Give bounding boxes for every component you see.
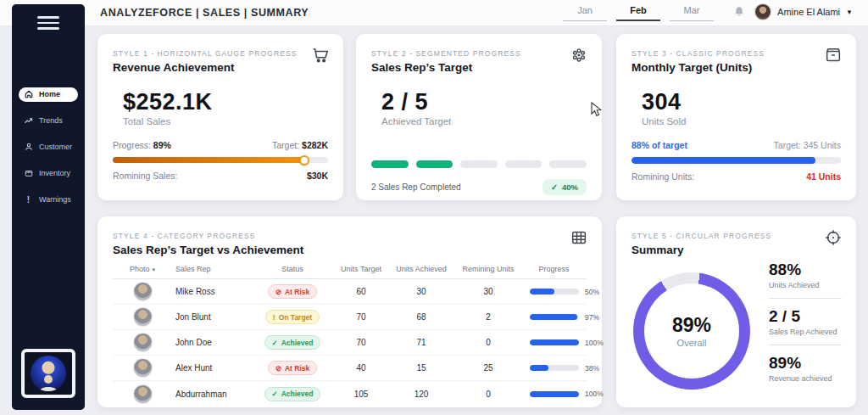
card-style-label: STYLE 3 - CLASSIC PROGRESS xyxy=(632,49,841,58)
status-icon: ✓ xyxy=(272,390,278,398)
card-title: Sales Rep’s Target vs Achievement xyxy=(113,244,587,256)
mouse-cursor xyxy=(591,102,602,121)
profile-photo xyxy=(31,356,66,391)
rep-name: John Doe xyxy=(172,338,250,347)
percent-of-target: 88% of target xyxy=(632,140,687,150)
remaining-value: $30K xyxy=(307,171,328,181)
card-style-label: STYLE 5 - CIRCULAR PROGRESS xyxy=(632,232,841,240)
card-classic-progress: STYLE 3 - CLASSIC PROGRESS Monthly Targe… xyxy=(616,34,856,200)
sidebar-item-label: Warnings xyxy=(39,195,71,204)
col-status[interactable]: Status xyxy=(250,265,335,273)
user-menu[interactable]: Amine El Alami ▼ xyxy=(730,3,853,21)
sidebar-item-home[interactable]: Home xyxy=(19,87,78,102)
remaining-units: 2 xyxy=(455,312,521,322)
trend-icon xyxy=(24,116,33,126)
rep-name: Mike Ross xyxy=(172,287,250,296)
sidebar-item-warnings[interactable]: ! Warnings xyxy=(12,193,85,207)
sidebar-item-trends[interactable]: Trends xyxy=(12,114,85,128)
table-row[interactable]: Jon Blunt !On Target 70 68 2 97% xyxy=(113,305,587,330)
tab-jan[interactable]: Jan xyxy=(563,2,607,21)
table-header: Photo▾ Sales Rep Status Units Target Uni… xyxy=(113,265,587,279)
segment xyxy=(505,160,542,168)
units-target: 105 xyxy=(335,390,387,399)
month-tabs: Jan Feb Mar xyxy=(563,2,714,21)
badge-value: 40% xyxy=(562,182,578,192)
card-title: Monthly Target (Units) xyxy=(632,61,841,74)
col-progress[interactable]: Progress xyxy=(521,265,587,273)
remaining-row: Romining Units: 41 Units xyxy=(632,171,841,182)
gauge-knob[interactable] xyxy=(299,155,309,165)
table-row[interactable]: Mike Ross ⊘At Risk 60 30 30 50% xyxy=(113,279,587,305)
units-target: 70 xyxy=(335,338,387,347)
remaining-row: Romining Sales: $30K xyxy=(113,171,328,181)
remaining-value: 41 Units xyxy=(806,171,841,182)
archive-box-icon xyxy=(824,46,843,68)
total-sales-label: Total Sales xyxy=(123,116,328,126)
overall-donut: 89% Overall xyxy=(633,272,750,390)
progress-cell: 50% xyxy=(521,288,599,296)
table-row[interactable]: Alex Hunt ⊘At Risk 40 15 25 38% xyxy=(113,356,587,381)
segment xyxy=(416,160,453,168)
remaining-units: 0 xyxy=(455,338,521,347)
sidebar-item-label: Customer xyxy=(39,143,72,151)
segment xyxy=(460,160,498,168)
sidebar-item-customer[interactable]: Customer xyxy=(12,140,85,154)
target-value: $282K xyxy=(302,140,328,150)
progress-cell: 100% xyxy=(521,390,604,398)
cart-icon xyxy=(311,46,330,68)
exclamation-icon: ! xyxy=(24,195,33,205)
sidebar-nav: Home Trends Customer Inventory xyxy=(12,87,85,207)
card-style-label: STYLE 2 - SEGMENTED PROGRESS xyxy=(371,49,587,58)
stat-sales-rep-achieved: 2 / 5 Sales Rep Achieved xyxy=(769,307,842,336)
person-icon xyxy=(24,143,33,152)
bar-meta: 88% of target Target: 345 Units xyxy=(632,140,841,150)
status-badge: ⊘At Risk xyxy=(268,361,317,375)
avatar[interactable] xyxy=(754,3,771,20)
rep-photo xyxy=(133,358,153,378)
segment xyxy=(371,160,409,168)
user-name: Amine El Alami xyxy=(777,7,840,17)
divider xyxy=(769,298,842,299)
col-photo[interactable]: Photo▾ xyxy=(113,265,172,273)
sidebar-item-label: Trends xyxy=(39,116,63,125)
sidebar-item-inventory[interactable]: Inventory xyxy=(12,166,85,181)
dashboard: ANALYZEFORCE | SALES | SUMMARY Jan Feb M… xyxy=(0,0,868,415)
status-icon: ⊘ xyxy=(275,288,281,296)
stat-revenue-achieved: 89% Revenue achieved xyxy=(769,354,842,383)
col-remaining-units[interactable]: Remining Units xyxy=(455,265,521,273)
summary-stats: 88% Units Achieved 2 / 5 Sales Rep Achie… xyxy=(769,261,842,383)
table-row[interactable]: John Doe ✓Achieved 70 71 0 100% xyxy=(113,330,587,356)
card-title: Revenue Achievement xyxy=(113,61,328,74)
segment-footer: 2 Sales Rep Completed ✓ 40% xyxy=(371,179,587,195)
achieved-target-value: 2 / 5 xyxy=(381,89,587,115)
gauge-meta: Progress: 89% Target: $282K xyxy=(113,140,328,150)
status-badge: ⊘At Risk xyxy=(268,284,317,299)
progress-cell: 100% xyxy=(521,339,604,347)
divider xyxy=(769,345,842,345)
target-label: Target: xyxy=(272,140,299,150)
col-sales-rep[interactable]: Sales Rep xyxy=(172,265,250,273)
achieved-target-label: Achieved Target xyxy=(381,116,587,126)
tab-feb[interactable]: Feb xyxy=(616,2,660,21)
page-title: ANALYZEFORCE | SALES | SUMMARY xyxy=(100,7,309,19)
units-achieved: 71 xyxy=(387,338,455,347)
status-badge: ✓Achieved xyxy=(264,387,321,401)
col-units-achieved[interactable]: Units Achieved xyxy=(387,265,455,273)
progress-cell: 38% xyxy=(521,364,599,373)
card-category-progress: STYLE 4 - CATEGORY PROGRESS Sales Rep’s … xyxy=(97,216,602,407)
overall-label: Overall xyxy=(677,338,707,348)
tab-mar[interactable]: Mar xyxy=(670,2,714,21)
sidebar-profile[interactable] xyxy=(21,349,75,398)
hamburger-menu-icon[interactable] xyxy=(37,16,59,30)
progress-value: 89% xyxy=(153,140,171,150)
units-sold-label: Units Sold xyxy=(642,116,841,126)
status-icon: ⊘ xyxy=(275,364,281,373)
remaining-units: 30 xyxy=(455,287,521,296)
col-units-target[interactable]: Units Target xyxy=(335,265,387,273)
bell-icon[interactable] xyxy=(730,3,748,21)
rep-photo xyxy=(133,282,153,301)
chevron-down-icon[interactable]: ▼ xyxy=(846,8,853,16)
table-row[interactable]: Abdurrahman ✓Achieved 105 120 0 100% xyxy=(113,381,587,407)
rep-name: Jon Blunt xyxy=(172,312,250,322)
progress-label: Progress: xyxy=(113,140,151,150)
